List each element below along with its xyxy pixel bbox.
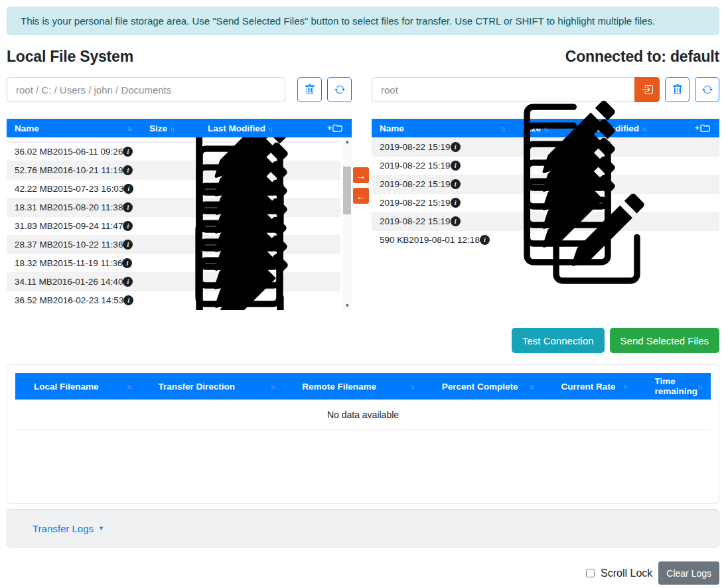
info-banner-text: This is your personal file storage area.…	[21, 15, 655, 27]
info-icon[interactable]	[480, 235, 490, 245]
remote-panel-title: Connected to: default	[372, 48, 719, 66]
sort-icon[interactable]	[622, 383, 626, 390]
local-delete-button[interactable]	[297, 77, 322, 102]
new-folder-button[interactable]	[327, 123, 342, 133]
transfer-logs-toggle[interactable]: Transfer Logs	[33, 523, 104, 534]
queue-empty-message: No data available	[15, 400, 711, 430]
folder-plus-icon	[332, 123, 342, 133]
info-icon[interactable]	[451, 216, 461, 226]
scroll-lock-label: Scroll Lock	[601, 567, 652, 579]
queue-col-transfer-direction[interactable]: Transfer Direction	[139, 382, 283, 392]
sign-in-icon	[641, 84, 653, 96]
sort-icon[interactable]	[529, 383, 533, 390]
scroll-down-arrow[interactable]	[342, 301, 352, 310]
sort-icon[interactable]	[500, 125, 504, 132]
log-controls: Scroll Lock Clear Logs	[7, 561, 719, 585]
chevron-down-icon	[98, 525, 104, 532]
table-row[interactable]: 2016-02-23 14.01 Going Beyond U 36.52 MB…	[7, 291, 340, 309]
refresh-icon	[702, 84, 713, 95]
sort-icon[interactable]	[270, 383, 274, 390]
transfer-queue-card: Local Filename Transfer Direction Remote…	[7, 364, 719, 504]
sort-icon[interactable]	[697, 383, 701, 390]
edit-icon[interactable]	[497, 190, 696, 290]
sort-icon[interactable]	[642, 125, 646, 133]
refresh-icon	[334, 84, 345, 95]
trash-icon	[305, 84, 315, 95]
local-col-size[interactable]: Size	[149, 123, 208, 133]
edit-icon[interactable]	[141, 251, 340, 311]
scrollbar-thumb[interactable]	[343, 167, 351, 214]
vertical-scrollbar[interactable]	[342, 137, 352, 310]
info-icon[interactable]	[123, 295, 133, 305]
local-breadcrumb[interactable]: root / C: / Users / john / Documents	[7, 77, 285, 102]
main-actions: Test Connection Send Selected Files	[7, 328, 719, 353]
queue-table-header: Local Filename Transfer Direction Remote…	[15, 373, 711, 400]
queue-col-local-filename[interactable]: Local Filename	[15, 382, 139, 392]
remote-col-name[interactable]: Name	[372, 123, 523, 133]
scroll-lock-checkbox[interactable]	[586, 569, 595, 577]
sort-icon[interactable]	[410, 383, 414, 390]
remote-file-list: 11223344556 2019-08-22 15:19 8784787 201…	[372, 137, 719, 249]
queue-col-percent-complete[interactable]: Percent Complete	[423, 382, 543, 392]
sort-icon[interactable]	[170, 125, 174, 133]
sort-icon[interactable]	[268, 125, 272, 133]
scroll-lock-control: Scroll Lock	[583, 567, 652, 579]
transfer-logs-card: Transfer Logs	[7, 509, 719, 548]
transfer-arrows	[353, 167, 369, 204]
sort-icon[interactable]	[126, 383, 130, 390]
trash-icon	[672, 84, 683, 95]
sort-icon[interactable]	[544, 125, 547, 133]
plus-icon	[327, 123, 332, 133]
send-left-button[interactable]	[353, 188, 369, 204]
clear-logs-button[interactable]: Clear Logs	[658, 561, 719, 585]
local-col-modified[interactable]: Last Modified	[208, 123, 294, 133]
local-toolbar: root / C: / Users / john / Documents	[7, 77, 352, 102]
delete-icon[interactable]	[703, 190, 726, 290]
info-banner: This is your personal file storage area.…	[7, 7, 719, 35]
local-table-scroll-area: 2015-06-11 08.07 An introduction 36.02 M…	[7, 137, 352, 310]
test-connection-button[interactable]: Test Connection	[512, 328, 605, 353]
scroll-up-arrow[interactable]	[342, 137, 352, 146]
local-file-list: 2015-06-11 08.07 An introduction 36.02 M…	[7, 137, 340, 309]
queue-col-remote-filename[interactable]: Remote Filename	[283, 382, 423, 392]
local-panel-title: Local File System	[7, 48, 352, 66]
send-right-button[interactable]	[353, 167, 369, 183]
table-row[interactable]: Copy of 1GB-file.tst 590 KB 2019-08-01 1…	[372, 230, 719, 249]
local-table-header: Name Size Last Modified	[7, 119, 352, 137]
local-panel: Local File System root / C: / Users / jo…	[7, 48, 352, 310]
send-selected-files-button[interactable]: Send Selected Files	[610, 328, 719, 353]
local-col-name[interactable]: Name	[7, 123, 149, 133]
file-panels: Local File System root / C: / Users / jo…	[7, 48, 719, 310]
queue-col-time-remaining[interactable]: Time remaining	[636, 376, 711, 396]
local-refresh-button[interactable]	[327, 77, 352, 102]
sort-icon[interactable]	[127, 125, 131, 132]
remote-panel: Connected to: default Name Size	[372, 48, 719, 310]
queue-col-current-rate[interactable]: Current Rate	[542, 382, 636, 392]
